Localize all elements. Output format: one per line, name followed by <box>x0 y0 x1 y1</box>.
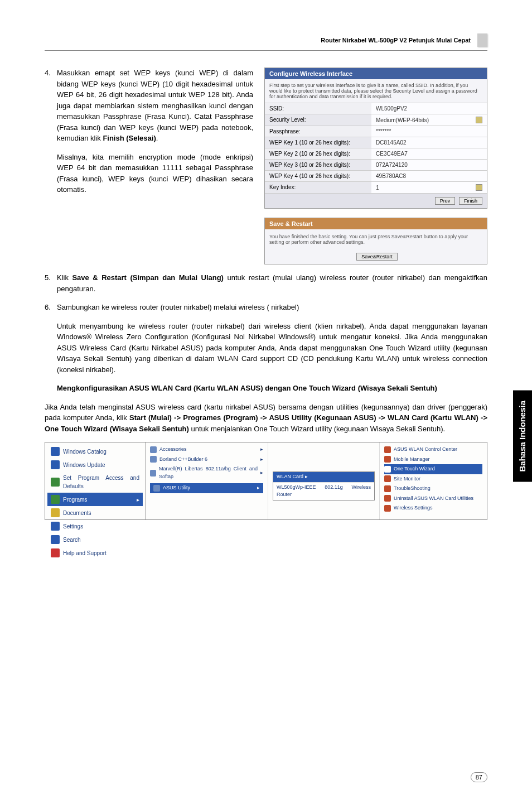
step5-b: Save & Restart (Simpan dan Mulai Ulang) <box>72 273 224 282</box>
menu-icon <box>51 548 60 557</box>
wlan-card-item[interactable]: WLAN Card ▸ <box>273 472 374 482</box>
config-row: WEP Key 2 (10 or 26 hex digits):CE3C49EA… <box>265 148 487 160</box>
submenu-item[interactable]: Accessories▸ <box>150 445 263 455</box>
menu-label: Programs <box>63 495 87 504</box>
app-icon <box>384 456 391 463</box>
start-menu-item[interactable]: Search <box>47 533 143 546</box>
asus-utility-label: ASUS Utility <box>163 484 190 492</box>
para2: Jika Anda telah menginstal ASUS wireless… <box>45 402 487 435</box>
start-menu-item[interactable]: Windows Update <box>47 458 143 471</box>
wlan-submenu-item[interactable]: TroubleShooting <box>384 484 482 494</box>
start-menu-item[interactable]: Windows Catalog <box>47 445 143 458</box>
page-number: 87 <box>471 772 487 782</box>
config-label: Security Level: <box>265 114 371 126</box>
config-label: Key Index: <box>265 182 371 193</box>
step5-a: Klik <box>57 273 72 282</box>
app-icon <box>384 466 391 473</box>
config-value[interactable]: CE3C49EA7 <box>371 148 487 159</box>
app-icon <box>384 495 391 502</box>
menu-icon <box>51 495 60 504</box>
start-menu-screenshot: Windows CatalogWindows UpdateSet Program… <box>45 442 487 520</box>
header-title: Router Nirkabel WL-500gP V2 Petunjuk Mul… <box>321 37 471 44</box>
wlan-submenu-item[interactable]: Mobile Manager <box>384 455 482 465</box>
configure-wireless-panel: Configure Wireless Interface First step … <box>264 68 487 209</box>
save-restart-panel: Save & Restart You have finished the bas… <box>264 218 487 264</box>
router-item[interactable]: WL500gWp-IEEE 802.11g Wireless Router <box>273 482 374 500</box>
asus-utility-item[interactable]: ASUS Utility ▸ <box>150 483 263 493</box>
config-row: Key Index:1 <box>265 182 487 194</box>
header-tab-icon <box>477 33 487 47</box>
finish-button[interactable]: Finish <box>459 197 482 205</box>
step4-text1c: . <box>156 134 158 142</box>
config-value[interactable]: ******* <box>371 126 487 137</box>
wlan-card-label: WLAN Card <box>277 474 303 479</box>
heading2: Mengkonfigurasikan ASUS WLAN Card (Kartu… <box>57 383 487 394</box>
start-col2: WLAN Card ▸ WL500gWp-IEEE 802.11g Wirele… <box>268 442 380 519</box>
start-menu-item[interactable]: Help and Support <box>47 546 143 560</box>
config-label: SSID: <box>265 103 371 114</box>
config-label: WEP Key 1 (10 or 26 hex digits): <box>265 137 371 148</box>
dropdown-icon[interactable] <box>476 117 482 123</box>
app-icon <box>384 505 391 512</box>
step5-num: 5. <box>45 272 57 294</box>
config-row: Security Level:Medium(WEP-64bits) <box>265 114 487 126</box>
wlan-submenu-item[interactable]: ASUS WLAN Control Center <box>384 445 482 455</box>
config-value[interactable]: Medium(WEP-64bits) <box>371 114 487 126</box>
step4-text1: Masukkan emapt set WEP keys (kunci WEP) … <box>57 69 253 142</box>
step4-num: 4. <box>45 68 57 144</box>
config-value[interactable]: DC8145A02 <box>371 137 487 148</box>
menu-icon <box>51 522 60 531</box>
prev-button[interactable]: Prev <box>435 197 456 205</box>
step5-text: Klik Save & Restart (Simpan dan Mulai Ul… <box>57 272 487 294</box>
config-row: Passphrase:******* <box>265 126 487 137</box>
config-value[interactable]: 1 <box>371 182 487 193</box>
folder-icon <box>153 485 160 492</box>
menu-label: Set Program Access and Defaults <box>63 474 139 490</box>
menu-label: Help and Support <box>63 549 107 557</box>
start-menu-item[interactable]: Set Program Access and Defaults <box>47 471 143 493</box>
panel2-body: You have finished the basic setting. You… <box>265 229 487 249</box>
panel1-note: First step to set your wireless interfac… <box>265 79 487 103</box>
submenu-item[interactable]: Marvell(R) Libertas 802.11a/bg Client an… <box>150 464 263 482</box>
folder-icon <box>150 446 157 453</box>
config-label: WEP Key 3 (10 or 26 hex digits): <box>265 160 371 170</box>
config-label: WEP Key 2 (10 or 26 hex digits): <box>265 148 371 159</box>
start-menu-item[interactable]: Programs▸ <box>47 493 143 506</box>
wlan-submenu-item[interactable]: One Touch Wizard <box>384 464 482 474</box>
menu-icon <box>51 478 60 487</box>
language-tab: Bahasa Indonesia <box>513 391 532 482</box>
para1: Untuk menyambung ke wireless router (rou… <box>57 321 487 376</box>
config-value[interactable]: 49B780AC8 <box>371 171 487 181</box>
config-label: WEP Key 4 (10 or 26 hex digits): <box>265 171 371 181</box>
start-menu-item[interactable]: Settings <box>47 519 143 533</box>
menu-label: Windows Update <box>63 461 105 469</box>
config-label: Passphrase: <box>265 126 371 137</box>
menu-icon <box>51 508 60 517</box>
wlan-submenu-item[interactable]: Wireless Settings <box>384 503 482 513</box>
menu-label: Windows Catalog <box>63 447 107 456</box>
wlan-submenu-item[interactable]: Site Monitor <box>384 474 482 484</box>
wlan-submenu-item[interactable]: Uninstall ASUS WLAN Card Utilities <box>384 494 482 504</box>
dropdown-icon[interactable] <box>476 184 482 191</box>
config-value[interactable]: WL500gPV2 <box>371 103 487 114</box>
start-menu-item[interactable]: Documents <box>47 506 143 519</box>
app-icon <box>384 446 391 453</box>
config-value[interactable]: 072A724120 <box>371 160 487 170</box>
save-restart-button[interactable]: Save&Restart <box>356 253 398 261</box>
submenu-item[interactable]: Borland C++Builder 6▸ <box>150 455 263 465</box>
menu-icon <box>51 447 60 456</box>
step6-text: Sambungkan ke wireless router (router ni… <box>57 302 299 313</box>
menu-label: Documents <box>63 509 91 517</box>
para2-c: untuk menjalankan One Touch Wizard utili… <box>189 425 445 433</box>
start-col1: Accessories▸Borland C++Builder 6▸Marvell… <box>146 442 268 519</box>
menu-icon <box>51 535 60 544</box>
config-row: SSID:WL500gPV2 <box>265 103 487 114</box>
menu-label: Search <box>63 536 81 544</box>
panel2-title: Save & Restart <box>265 218 487 229</box>
app-icon <box>384 485 391 492</box>
config-row: WEP Key 3 (10 or 26 hex digits):072A7241… <box>265 160 487 171</box>
menu-label: Settings <box>63 522 83 531</box>
step4-example: Misalnya, kita memilih encryption mode (… <box>57 152 253 195</box>
menu-icon <box>51 460 60 469</box>
start-col3: ASUS WLAN Control CenterMobile ManagerOn… <box>380 442 487 519</box>
